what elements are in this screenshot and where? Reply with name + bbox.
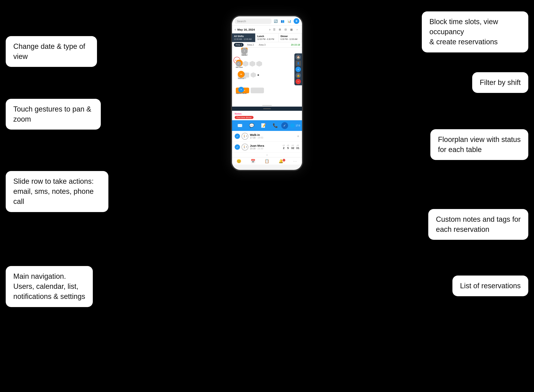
more-icon[interactable]: ›: [295, 27, 299, 32]
callout-main-nav: Main navigation. Users, calendar, list, …: [6, 266, 93, 307]
nav-notifications[interactable]: 🔔 5: [274, 159, 288, 163]
callout-slide-row: Slide row to take actions: email, sms, n…: [6, 171, 109, 212]
action-row: ✉️ 💬 📝 📞 ✓ 🌐 17:0: [232, 120, 302, 131]
callout-list-reservations: List of reservations: [452, 275, 528, 296]
shift-tabs: All Shifts 12:00 AM - 12:00 AM Lunch 12:…: [232, 33, 302, 42]
reservation-juan[interactable]: ✓ 🚶6 Juan Mora 20:30 · 23:30 AR 2 AR 5: [232, 142, 302, 153]
section-divider: [232, 107, 302, 111]
scroll-chevron: ∨: [232, 153, 302, 157]
callout-change-date: Change date & type of view: [6, 36, 97, 67]
area-tab-1[interactable]: Area 1: [234, 43, 244, 47]
users-icon[interactable]: 👥: [280, 19, 285, 24]
minus-button[interactable]: −: [296, 79, 301, 84]
add-button[interactable]: +: [294, 18, 299, 24]
table-gray-e[interactable]: E: [236, 61, 241, 66]
walkin-info: Walk-in 17:30 · 19:00: [250, 133, 295, 139]
callout-block-timeslots: Block time slots, view occupancy & creat…: [422, 11, 528, 52]
callout-floorplan: Floorplan view with status for each tabl…: [430, 129, 528, 160]
callout-custom-notes: Custom notes and tags for each reservati…: [428, 209, 528, 240]
check-walkin[interactable]: ✓: [235, 134, 240, 139]
globe-icon: 🌐: [290, 124, 295, 128]
date-display[interactable]: May 16, 2024: [237, 28, 268, 31]
table-3[interactable]: J Jane Mall: [241, 48, 248, 56]
shift-tab-all[interactable]: All Shifts 12:00 AM - 12:00 AM: [232, 33, 255, 42]
phone-screen: Search 🔄 👥 📊 + ‹ May 16, 2024 › ☰ ⊞ ⊟ ▦ …: [232, 16, 302, 170]
tag-badge[interactable]: First time dinner: [235, 116, 254, 119]
callout-touch-gestures: Touch gestures to pan & zoom: [6, 99, 101, 130]
time-label: 17:0: [296, 124, 300, 127]
chart-icon[interactable]: 📊: [287, 19, 292, 24]
list-view-icon[interactable]: ☰: [272, 27, 277, 32]
phone-device: Search 🔄 👥 📊 + ‹ May 16, 2024 › ☰ ⊞ ⊟ ▦ …: [231, 15, 303, 171]
date-bar: ‹ May 16, 2024 › ☰ ⊞ ⊟ ▦ ›: [232, 26, 302, 33]
guest-icon-walkin: 🚶2: [241, 133, 248, 140]
juan-time: 20:30 · 23:30: [250, 147, 281, 150]
juan-info: Juan Mora 20:30 · 23:30: [250, 144, 281, 150]
current-time: 20:15:18: [291, 43, 300, 46]
walkin-name: Walk-in: [250, 133, 295, 136]
top-bar: Search 🔄 👥 📊 +: [232, 16, 302, 26]
table-orange-3[interactable]: 30 Elisa Basil: [238, 71, 245, 79]
prev-date-button[interactable]: ‹: [235, 28, 236, 32]
nav-list[interactable]: 📋: [260, 159, 274, 163]
juan-ar-group: AR 2 AR 5 AR 32 AR 31: [283, 145, 299, 149]
notes-action[interactable]: 📝: [257, 123, 269, 128]
nav-calendar[interactable]: 📅: [246, 159, 260, 163]
area-tab-2[interactable]: Area 2: [246, 43, 255, 47]
nav-users[interactable]: 😊: [232, 159, 246, 163]
notes-label: Notes: [235, 112, 299, 115]
floorplan[interactable]: 19:40:0 J Joseph Verlon J Jane Mall J Ja…: [232, 48, 302, 107]
sms-action[interactable]: 💬: [246, 123, 257, 128]
walkin-time: 17:30 · 19:00: [250, 136, 295, 139]
refresh-icon[interactable]: 🔄: [273, 19, 279, 24]
check-juan[interactable]: ✓: [235, 145, 240, 150]
person-icon: 👤: [296, 61, 301, 66]
area-tabs: Area 1 Area 2 Area 3 20:15:18: [232, 42, 302, 48]
list-nav-icon: 📋: [265, 159, 269, 163]
grid-view-icon[interactable]: ⊞: [278, 27, 282, 32]
callout-filter-shift: Filter by shift: [472, 72, 528, 93]
bottom-nav: 😊 📅 📋 🔔 5 ⋯: [232, 157, 302, 164]
notification-badge: 5: [283, 159, 285, 162]
shift-tab-lunch[interactable]: Lunch 12:00 PM - 6:30 PM: [255, 33, 279, 42]
view-icons: ☰ ⊞ ⊟ ▦ ›: [272, 27, 299, 32]
nav-settings[interactable]: ⋯: [288, 159, 302, 163]
phone-action[interactable]: 📞: [269, 123, 281, 128]
search-input[interactable]: Search: [235, 19, 272, 24]
floor-widget: 🏠 👤 + 🔒 −: [294, 53, 302, 85]
check-action[interactable]: ✓: [281, 122, 288, 129]
table-view-icon[interactable]: ⊟: [283, 27, 288, 32]
walkin-add[interactable]: +: [297, 134, 299, 139]
bar-view-icon[interactable]: ▦: [289, 27, 294, 32]
more-nav-icon: ⋯: [293, 159, 297, 163]
area-tab-3[interactable]: Area 3: [257, 43, 267, 47]
lock-button[interactable]: 🔒: [296, 73, 301, 78]
guest-icon-juan: 🚶6: [241, 144, 248, 150]
users-nav-icon: 😊: [236, 159, 241, 163]
notes-section: Notes First time dinner: [232, 111, 302, 120]
juan-name: Juan Mora: [250, 144, 281, 147]
shift-tab-dinner[interactable]: Dinner 6:30 PM - 12:00 AM: [279, 33, 302, 42]
plus-button[interactable]: +: [296, 67, 301, 72]
reservation-walkin[interactable]: ✓ 🚶2 Walk-in 17:30 · 19:00 +: [232, 131, 302, 142]
next-date-button[interactable]: ›: [269, 28, 270, 32]
calendar-nav-icon: 📅: [251, 159, 255, 163]
home-button[interactable]: 🏠: [296, 55, 301, 60]
table-blue-ap2[interactable]: A Alejandro Pascual: [236, 87, 246, 94]
email-action[interactable]: ✉️: [234, 123, 246, 128]
